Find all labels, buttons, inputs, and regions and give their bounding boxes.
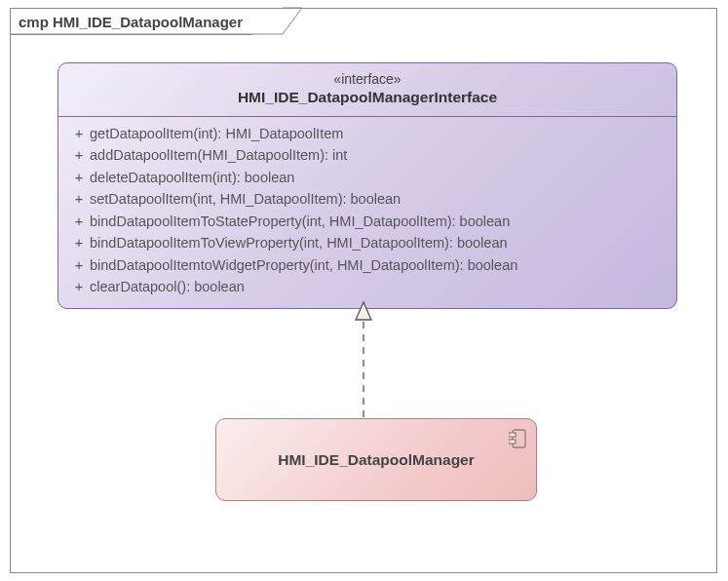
operation-signature: getDatapoolItem(int): HMI_DatapoolItem xyxy=(90,123,667,144)
operation-row: +addDatapoolItem(HMI_DatapoolItem): int xyxy=(68,144,667,166)
operation-visibility: + xyxy=(68,254,90,276)
operation-signature: deleteDatapoolItem(int): boolean xyxy=(90,167,667,188)
operation-signature: setDatapoolItem(int, HMI_DatapoolItem): … xyxy=(90,188,667,210)
operation-signature: bindDatapoolItemToStateProperty(int, HMI… xyxy=(90,211,667,232)
component-name: HMI_IDE_DatapoolManager xyxy=(278,451,475,469)
interface-operations: +getDatapoolItem(int): HMI_DatapoolItem+… xyxy=(58,117,676,308)
operation-signature: bindDatapoolItemtoWidgetProperty(int, HM… xyxy=(90,254,667,276)
interface-header: «interface» HMI_IDE_DatapoolManagerInter… xyxy=(58,63,676,117)
operation-row: +setDatapoolItem(int, HMI_DatapoolItem):… xyxy=(68,188,667,210)
operation-row: +deleteDatapoolItem(int): boolean xyxy=(68,167,667,188)
operation-row: +bindDatapoolItemToViewProperty(int, HMI… xyxy=(68,232,667,253)
svg-rect-1 xyxy=(509,433,516,437)
operation-visibility: + xyxy=(68,211,90,232)
operation-signature: clearDatapool(): boolean xyxy=(90,276,667,297)
component-classifier: HMI_IDE_DatapoolManager xyxy=(215,418,537,501)
svg-rect-2 xyxy=(509,440,516,444)
interface-classifier: «interface» HMI_IDE_DatapoolManagerInter… xyxy=(57,62,677,309)
operation-row: +bindDatapoolItemToStateProperty(int, HM… xyxy=(68,211,667,232)
interface-name: HMI_IDE_DatapoolManagerInterface xyxy=(64,89,671,106)
operation-visibility: + xyxy=(68,167,90,188)
component-icon xyxy=(509,429,526,448)
operation-visibility: + xyxy=(68,144,90,166)
operation-row: +bindDatapoolItemtoWidgetProperty(int, H… xyxy=(68,254,667,276)
operation-signature: addDatapoolItem(HMI_DatapoolItem): int xyxy=(90,144,667,166)
interface-stereotype: «interface» xyxy=(64,71,671,87)
operation-signature: bindDatapoolItemToViewProperty(int, HMI_… xyxy=(90,232,667,253)
operation-row: +getDatapoolItem(int): HMI_DatapoolItem xyxy=(68,123,667,144)
operation-visibility: + xyxy=(68,276,90,297)
component-diagram-frame: cmp HMI_IDE_DatapoolManager «interface» … xyxy=(10,8,717,573)
operation-visibility: + xyxy=(68,123,90,144)
operation-visibility: + xyxy=(68,188,90,210)
operation-visibility: + xyxy=(68,232,90,253)
operation-row: +clearDatapool(): boolean xyxy=(68,276,667,297)
